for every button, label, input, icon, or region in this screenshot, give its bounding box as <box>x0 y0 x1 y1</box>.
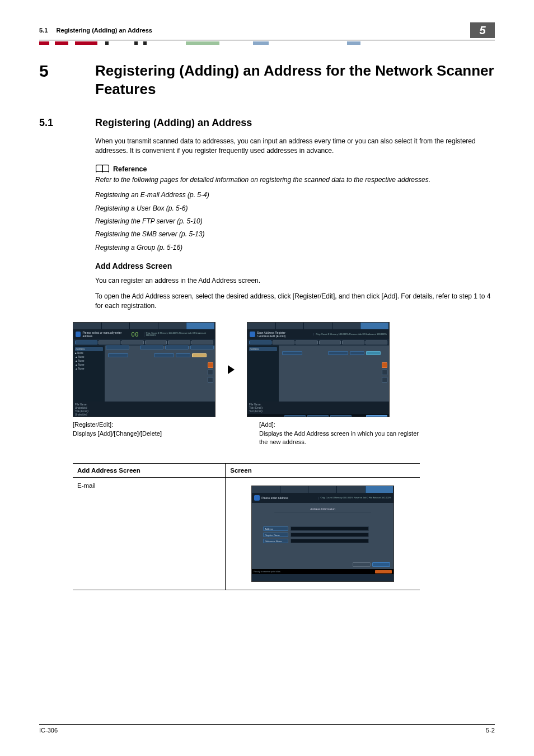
tab-button[interactable] <box>168 340 190 344</box>
cancel-button[interactable] <box>353 562 371 567</box>
filter-button[interactable] <box>282 351 302 355</box>
address-sidebar: Address ■ None ▲ None ▲ None ▲ None ▲ No… <box>73 346 105 402</box>
info-text: Please enter address <box>261 496 288 500</box>
meta-row: Text (Email): <box>249 409 387 413</box>
form-section-title: Address Information <box>274 507 371 512</box>
caption-title: [Register/Edit]: <box>73 421 216 429</box>
tab-button[interactable] <box>121 340 144 344</box>
scroll-up-icon[interactable] <box>382 370 387 375</box>
filter-button[interactable] <box>108 353 128 357</box>
filter-button[interactable] <box>176 353 190 357</box>
sidebar-item[interactable]: ■ None <box>75 351 103 355</box>
action-button[interactable] <box>190 346 214 349</box>
counter-stats: Orig. Count 0 Memory 100.000% Reserve Jo… <box>144 332 213 337</box>
reference-link: Registering a User Box (p. 5-6) <box>95 204 495 213</box>
reference-link: Registering the FTP server (p. 5-10) <box>95 217 495 226</box>
sidebar-item[interactable]: ▲ None <box>75 355 103 359</box>
footer-button[interactable] <box>330 415 352 418</box>
sidebar-item[interactable]: Address <box>75 347 103 351</box>
info-text-line2: > Address Edit (E-mail) <box>257 334 285 338</box>
chapter-title: Registering (Adding) an Address for the … <box>95 62 495 98</box>
footer-right: 5-2 <box>486 727 495 734</box>
footer-button[interactable] <box>284 415 306 418</box>
tab-button[interactable] <box>191 340 214 344</box>
counter-stats: Orig. Count 0 Memory 100.000% Reserve Jo… <box>318 497 391 499</box>
page-footer: IC-306 5-2 <box>39 724 495 734</box>
counter-stats: Orig. Count 0 Memory 100.000% Reserve Jo… <box>313 333 387 335</box>
header-rule <box>39 40 495 40</box>
table-row: E-mail Please enter address Orig. Count … <box>73 478 420 590</box>
status-text: Ready to receive print data <box>254 570 280 573</box>
info-icon <box>250 332 255 337</box>
form-field-reference-name[interactable] <box>291 539 369 543</box>
section-heading: 5.1 Registering (Adding) an Address <box>39 117 495 129</box>
section-number: 5.1 <box>39 117 95 129</box>
form-field-register-name[interactable] <box>291 533 369 537</box>
tab-button[interactable] <box>319 340 341 344</box>
ok-button[interactable] <box>372 562 390 567</box>
reference-links: Registering an E-mail Address (p. 5-4) R… <box>95 190 495 253</box>
action-button[interactable] <box>106 346 129 349</box>
reference-link: Registering an E-mail Address (p. 5-4) <box>95 190 495 200</box>
form-label-address: Address <box>263 526 288 531</box>
tab-button[interactable] <box>273 340 295 344</box>
scroll-icon[interactable] <box>208 362 213 368</box>
table-header: Add Address Screen <box>73 464 226 478</box>
register-edit-button[interactable] <box>192 353 207 357</box>
footer-left: IC-306 <box>39 727 58 734</box>
filter-button[interactable] <box>154 353 174 357</box>
tab-button[interactable] <box>342 340 364 344</box>
add-address-p1: You can register an address in the Add A… <box>95 276 495 286</box>
tab-button[interactable] <box>366 340 388 344</box>
form-field-address[interactable] <box>291 526 369 531</box>
chapter-heading: 5 Registering (Adding) an Address for th… <box>39 62 495 98</box>
reference-link: Registering a Group (p. 5-16) <box>95 243 495 253</box>
sidebar-item[interactable]: ▲ None <box>75 367 103 371</box>
footer-button[interactable] <box>307 415 329 418</box>
screenshot-captions: [Register/Edit]: Displays [Add]/[Change]… <box>73 421 495 446</box>
table-cell-screen: Please enter address Orig. Count 0 Memor… <box>226 478 420 590</box>
add-address-p2: To open the Add Address screen, select t… <box>95 292 495 311</box>
tab-button[interactable] <box>145 340 167 344</box>
return-button[interactable] <box>366 415 387 418</box>
filter-button[interactable] <box>328 351 348 355</box>
info-icon <box>254 495 260 501</box>
tab-button[interactable] <box>249 340 271 344</box>
scroll-icon[interactable] <box>382 362 387 368</box>
table-header: Screen <box>226 464 420 478</box>
caption-body: Displays the Add Address screen in which… <box>259 430 421 447</box>
screenshot-row: Please select or manually enter address … <box>73 322 495 417</box>
add-address-table: Add Address Screen Screen E-mail Please … <box>73 463 495 590</box>
sidebar-item[interactable]: ▲ None <box>75 359 103 363</box>
book-icon <box>95 164 110 174</box>
section-title: Registering (Adding) an Address <box>95 117 252 129</box>
info-icon <box>76 332 81 337</box>
scroll-down-icon[interactable] <box>208 377 213 382</box>
tab-button[interactable] <box>296 340 318 344</box>
screenshot-add: Scan Address Register > Address Edit (E-… <box>247 322 390 417</box>
reference-header: Reference <box>95 164 495 174</box>
reference-label: Reference <box>113 165 147 173</box>
action-button[interactable] <box>165 346 189 349</box>
form-label-reference-name: Reference Name <box>263 539 288 543</box>
action-button[interactable] <box>140 346 163 349</box>
intro-paragraph: When you transmit scanned data to addres… <box>95 137 495 156</box>
filter-button[interactable] <box>350 351 364 355</box>
add-button[interactable] <box>366 351 381 355</box>
reference-lead: Refer to the following pages for detaile… <box>95 175 495 185</box>
scroll-up-icon[interactable] <box>208 370 213 375</box>
running-header: 5.1 Registering (Adding) an Address 5 <box>39 22 495 38</box>
info-text: Please select or manually enter address <box>82 331 129 338</box>
reference-link: Registering the SMB server (p. 5-13) <box>95 230 495 239</box>
meta-row: Undecided <box>75 413 213 416</box>
caption-body: Displays [Add]/[Change]/[Delete] <box>73 430 216 438</box>
sidebar-item[interactable]: Address <box>249 347 277 351</box>
screenshot-register-edit: Please select or manually enter address … <box>73 322 216 417</box>
tab-button[interactable] <box>75 340 97 344</box>
sidebar-item[interactable]: ▲ None <box>75 363 103 367</box>
set-number-value: 00 <box>131 331 138 338</box>
header-section-num: 5.1 <box>39 27 48 34</box>
scroll-down-icon[interactable] <box>382 377 387 382</box>
form-label-register-name: Register Name <box>263 533 288 537</box>
tab-button[interactable] <box>99 340 121 344</box>
